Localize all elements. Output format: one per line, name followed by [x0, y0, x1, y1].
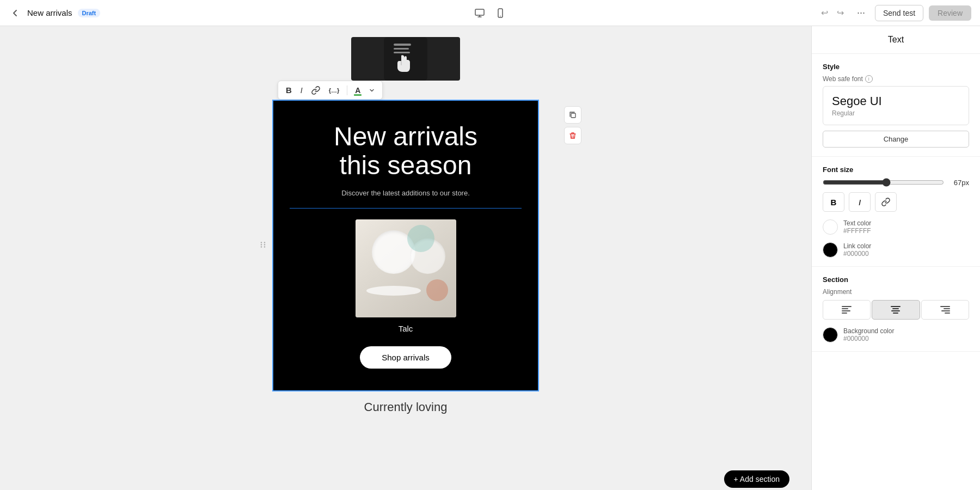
align-right-button[interactable] — [921, 300, 969, 320]
web-safe-font-info-icon[interactable]: i — [865, 75, 873, 83]
review-button[interactable]: Review — [929, 5, 971, 21]
svg-rect-19 — [891, 306, 901, 307]
link-color-hex: #000000 — [843, 250, 871, 258]
section-divider — [290, 208, 522, 209]
section-content: New arrivals this season Discover the la… — [273, 101, 538, 390]
alignment-buttons — [823, 300, 969, 320]
section-label: Section — [823, 275, 969, 284]
link-color-swatch[interactable] — [823, 242, 838, 258]
shop-arrivals-button[interactable]: Shop arrivals — [360, 346, 451, 369]
svg-point-12 — [261, 246, 262, 247]
delete-section-button[interactable] — [564, 127, 581, 144]
svg-rect-5 — [394, 48, 409, 50]
svg-rect-21 — [891, 310, 900, 311]
svg-rect-25 — [941, 310, 950, 311]
below-section: Currently loving — [272, 391, 539, 423]
svg-rect-0 — [475, 9, 484, 15]
svg-rect-16 — [842, 308, 848, 309]
section-actions — [564, 106, 581, 144]
change-font-button[interactable]: Change — [823, 131, 969, 148]
bg-color-info: Background color #000000 — [843, 327, 894, 342]
link-color-info: Link color #000000 — [843, 242, 871, 258]
topbar-left: New arrivals Draft — [9, 7, 100, 20]
bold-format-button[interactable]: B — [823, 192, 844, 212]
email-section-block: New arrivals this season Discover the la… — [272, 100, 539, 391]
font-display-box: Segoe UI Regular — [823, 86, 969, 125]
topbar: New arrivals Draft ↩ ↪ ··· Send test Rev… — [0, 0, 980, 26]
align-left-button[interactable] — [823, 300, 871, 320]
panel-font-size-section: Font size 67px B I Text color #FFFFFF — [812, 157, 980, 267]
font-size-value: 67px — [950, 179, 969, 187]
bg-color-label: Background color — [843, 327, 894, 335]
currently-loving-title: Currently loving — [272, 400, 539, 414]
svg-point-9 — [264, 242, 265, 243]
font-size-slider[interactable] — [823, 178, 944, 187]
more-button[interactable]: ··· — [853, 5, 869, 21]
text-formatting-toolbar: B I {…} A — [278, 81, 383, 100]
svg-rect-7 — [401, 61, 402, 65]
main-layout: B I {…} A — [0, 26, 980, 490]
panel-style-section: Style Web safe font i Segoe UI Regular C… — [812, 54, 980, 157]
topbar-center — [472, 5, 508, 21]
alignment-label: Alignment — [823, 288, 969, 296]
link-format-button[interactable] — [875, 192, 897, 212]
link-toolbar-button[interactable] — [308, 84, 323, 97]
merge-tag-button[interactable]: {…} — [326, 85, 343, 96]
redo-button[interactable]: ↪ — [834, 5, 847, 20]
mobile-icon[interactable] — [493, 5, 508, 21]
align-center-button[interactable] — [872, 300, 920, 320]
svg-rect-22 — [893, 313, 898, 314]
send-test-button[interactable]: Send test — [875, 5, 923, 21]
italic-format-button[interactable]: I — [849, 192, 871, 212]
section-title: New arrivals this season — [334, 122, 477, 180]
svg-rect-24 — [944, 308, 950, 309]
font-size-label: Font size — [823, 166, 969, 174]
duplicate-section-button[interactable] — [564, 106, 581, 124]
link-color-row: Link color #000000 — [823, 242, 969, 258]
svg-rect-15 — [842, 306, 852, 307]
text-color-hex: #FFFFFF — [843, 227, 871, 235]
text-color-info: Text color #FFFFFF — [843, 219, 871, 235]
svg-rect-17 — [842, 310, 850, 311]
text-color-label: Text color — [843, 219, 871, 227]
text-style-dropdown[interactable] — [366, 85, 378, 95]
product-image — [356, 219, 456, 317]
svg-rect-23 — [940, 306, 950, 307]
svg-point-8 — [261, 242, 262, 243]
back-button[interactable] — [9, 7, 22, 20]
header-image-area — [0, 37, 811, 81]
header-image — [351, 37, 460, 81]
topbar-right: ↩ ↪ ··· Send test Review — [818, 5, 971, 21]
text-color-row: Text color #FFFFFF — [823, 219, 969, 235]
canvas-area: B I {…} A — [0, 26, 811, 490]
font-style-display: Regular — [832, 109, 960, 117]
product-name: Talc — [399, 324, 413, 333]
svg-rect-6 — [394, 52, 410, 53]
svg-point-11 — [264, 244, 265, 245]
toolbar-divider — [347, 85, 347, 95]
svg-point-2 — [500, 15, 501, 16]
text-color-swatch[interactable] — [823, 219, 838, 235]
format-buttons: B I — [823, 192, 969, 212]
bold-toolbar-button[interactable]: B — [283, 83, 295, 97]
text-color-button[interactable]: A — [352, 84, 364, 97]
italic-toolbar-button[interactable]: I — [297, 84, 306, 97]
bg-color-row: Background color #000000 — [823, 327, 969, 342]
undo-redo-group: ↩ ↪ — [818, 5, 847, 20]
hand-icon — [384, 37, 427, 81]
drag-handle[interactable] — [257, 238, 269, 252]
right-panel: Text Style Web safe font i Segoe UI Regu… — [811, 26, 980, 490]
bg-color-swatch[interactable] — [823, 327, 838, 342]
font-name-display: Segoe UI — [832, 94, 960, 108]
svg-rect-20 — [892, 308, 899, 309]
undo-button[interactable]: ↩ — [818, 5, 831, 20]
svg-rect-14 — [571, 113, 575, 118]
svg-rect-18 — [842, 313, 847, 314]
panel-section-alignment: Section Alignment Background color #0000 — [812, 267, 980, 352]
svg-point-10 — [261, 244, 262, 245]
draft-badge: Draft — [78, 9, 101, 17]
section-subtitle: Discover the latest additions to our sto… — [341, 189, 470, 197]
add-section-button[interactable]: + Add section — [724, 470, 789, 488]
desktop-icon[interactable] — [472, 5, 487, 21]
add-section-bar: + Add section — [0, 468, 811, 490]
